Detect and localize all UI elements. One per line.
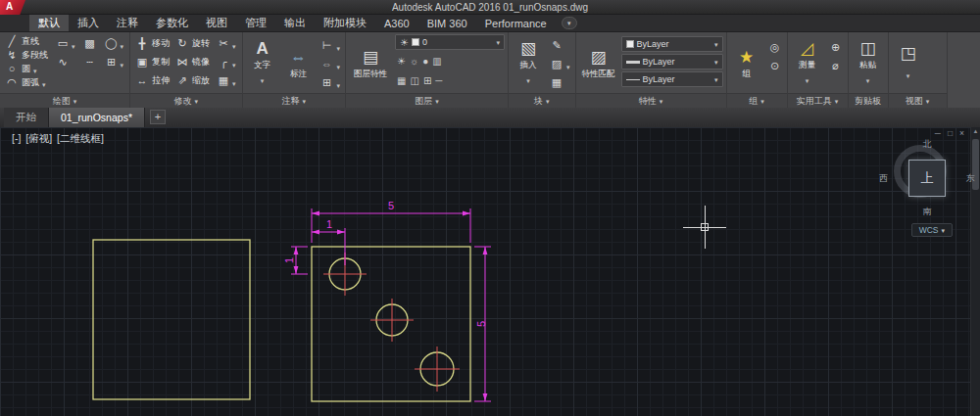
dimension-style-button[interactable]: ⇔ [318, 55, 343, 73]
left-square-polyline[interactable] [93, 240, 250, 399]
block-create-button[interactable]: ▦ [548, 73, 572, 92]
polyline-button[interactable]: ↯多段线 [3, 48, 50, 62]
spline-button[interactable]: ∿ [53, 53, 78, 71]
dimension-button[interactable]: ⇔ 标注 [282, 34, 316, 91]
block-create-icon: ▦ [550, 77, 564, 88]
base-view-button[interactable]: ◳ [892, 34, 925, 91]
lineweight-dropdown[interactable]: ByLayer [621, 54, 723, 69]
paste-button[interactable]: ◫ 粘贴 [852, 34, 885, 91]
table-button[interactable]: ⊞ [102, 53, 127, 71]
file-tab-start[interactable]: 开始 [4, 108, 49, 127]
block-edit-button[interactable]: ✎ [548, 36, 572, 55]
trim-button[interactable]: ✂ [214, 34, 239, 53]
array-button[interactable]: ▦ [214, 71, 239, 90]
layer-properties-button[interactable]: ▤ 图层特性 [349, 34, 392, 91]
layer-isolate-icon[interactable]: ▥ [432, 56, 441, 67]
line-button[interactable]: ╱直线 [3, 34, 50, 48]
insert-block-button[interactable]: ▧ 插入 [512, 34, 545, 91]
dim-plate-height-label[interactable]: 5 [475, 321, 487, 327]
tab-bim360[interactable]: BIM 360 [418, 15, 476, 31]
ellipse-button[interactable]: ◯ [102, 34, 127, 53]
new-drawing-button[interactable]: + [150, 110, 166, 124]
layer-match-icon[interactable]: ▦ [397, 75, 406, 86]
quick-select-button[interactable]: ⊕ [827, 38, 845, 57]
close-icon[interactable]: × [959, 128, 964, 138]
fillet-button[interactable]: ╭ [214, 53, 239, 71]
panel-label-block[interactable]: 块 [509, 93, 575, 108]
point-style-button[interactable]: ⌀ [827, 57, 845, 75]
tab-default[interactable]: 默认 [29, 15, 69, 31]
tab-parametric[interactable]: 参数化 [147, 15, 197, 31]
minimize-icon[interactable]: ─ [935, 128, 941, 138]
tab-addins[interactable]: 附加模块 [315, 15, 375, 31]
tab-view[interactable]: 视图 [197, 15, 236, 31]
object-color-dropdown[interactable]: ByLayer [621, 36, 723, 52]
panel-label-modify[interactable]: 修改 [130, 93, 242, 108]
viewport-controls: [-] [俯视] [二维线框] [12, 132, 106, 146]
layer-lock-icon[interactable]: ● [422, 56, 428, 67]
linetype-dropdown[interactable]: ByLayer [621, 71, 723, 87]
stretch-button[interactable]: ↔拉伸 [133, 71, 172, 90]
panel-label-clipboard[interactable]: 剪贴板 [849, 93, 888, 108]
restore-icon[interactable]: □ [948, 128, 953, 138]
file-tab-drawing[interactable]: 01_runOsnaps* [49, 108, 145, 127]
ribbon-options-button[interactable] [562, 17, 577, 29]
viewcube[interactable]: 北 南 西 东 上 [890, 141, 964, 215]
viewport-view-control[interactable]: [俯视] [25, 132, 52, 144]
layer-state-icon[interactable]: ☀ [397, 56, 406, 67]
tab-output[interactable]: 输出 [275, 15, 315, 31]
construction-line-button[interactable]: ┄ [80, 53, 100, 71]
viewcube-north-label[interactable]: 北 [923, 138, 932, 151]
panel-label-layers[interactable]: 图层 [346, 93, 508, 108]
layer-previous-icon[interactable]: ◫ [411, 75, 419, 86]
viewcube-top-face[interactable]: 上 [908, 160, 946, 197]
panel-label-groups[interactable]: 组 [727, 93, 787, 108]
layer-merge-icon[interactable]: ⊞ [423, 75, 431, 86]
plate-square-polyline[interactable] [312, 247, 470, 401]
table-style-button[interactable]: ⊞ [318, 73, 343, 92]
viewport-visual-style-control[interactable]: [二维线框] [57, 132, 104, 144]
panel-label-view[interactable]: 视图 [889, 93, 947, 108]
text-button[interactable]: A 文字 [246, 34, 279, 91]
dimensions[interactable]: 5 1 1 5 [283, 200, 491, 401]
scroll-up-arrow-icon[interactable]: ▲ [972, 128, 979, 134]
panel-label-draw[interactable]: 绘图 [0, 93, 129, 108]
tab-annotate[interactable]: 注释 [108, 15, 147, 31]
viewport-menu-control[interactable]: [-] [12, 132, 21, 144]
rectangle-button[interactable]: ▭ [53, 34, 78, 53]
tab-performance[interactable]: Performance [476, 15, 556, 31]
rotate-button[interactable]: ↻旋转 [173, 34, 212, 53]
viewcube-south-label[interactable]: 南 [923, 206, 932, 218]
dim-plate-width-label[interactable]: 5 [388, 200, 394, 211]
leader-button[interactable]: ⊢ [318, 36, 343, 55]
ungroup-button[interactable]: ◎ [766, 38, 784, 57]
panel-label-properties[interactable]: 特性 [576, 93, 726, 108]
group-button[interactable]: ★ 组 [730, 34, 763, 91]
measure-button[interactable]: ◿ 测量 [791, 34, 824, 91]
tab-a360[interactable]: A360 [375, 15, 418, 31]
viewcube-east-label[interactable]: 东 [966, 172, 975, 185]
copy-button[interactable]: ▣复制 [133, 53, 172, 71]
canvas-scrollbar[interactable]: ▲ [970, 127, 980, 416]
dropdown-caret-icon [121, 35, 124, 53]
dim-hole-offset-y-label[interactable]: 1 [283, 257, 295, 263]
scale-button[interactable]: ⇗缩放 [173, 71, 212, 90]
group-edit-button[interactable]: ⊙ [766, 57, 784, 75]
wcs-badge[interactable]: WCS [911, 223, 953, 237]
tab-manage[interactable]: 管理 [236, 15, 275, 31]
viewcube-west-label[interactable]: 西 [879, 172, 888, 185]
hatch-button[interactable]: ▩ [80, 34, 100, 53]
arc-button[interactable]: ◠圆弧 [3, 75, 50, 89]
layer-off-icon[interactable]: ─ [435, 75, 442, 86]
layer-freeze-icon[interactable]: ☼ [410, 56, 418, 67]
block-attribute-button[interactable]: ▨ [548, 55, 572, 73]
match-properties-button[interactable]: ▨ 特性匹配 [579, 34, 618, 91]
dim-hole-offset-x-label[interactable]: 1 [326, 218, 332, 230]
drawing-canvas[interactable]: [-] [俯视] [二维线框] ─ □ × [0, 127, 980, 416]
panel-label-annotate[interactable]: 注释 [243, 93, 346, 108]
tab-insert[interactable]: 插入 [69, 15, 108, 31]
move-button[interactable]: ╋移动 [133, 34, 172, 53]
layer-select-dropdown[interactable]: ☀ 0 [395, 34, 505, 50]
panel-label-utilities[interactable]: 实用工具 [788, 93, 848, 108]
mirror-button[interactable]: ⋈镜像 [173, 53, 212, 71]
